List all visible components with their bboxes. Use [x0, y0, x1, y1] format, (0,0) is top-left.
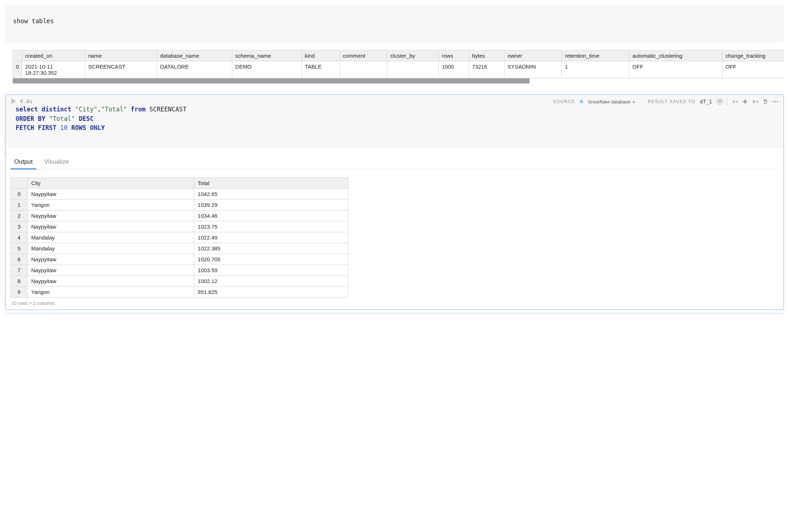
- meta-col-header: bytes: [469, 50, 504, 61]
- meta-col-header: database_name: [157, 50, 232, 61]
- svg-point-0: [733, 101, 734, 102]
- table-cell: Naypyitaw: [28, 254, 194, 265]
- output-tabs: OutputVisualize: [11, 157, 778, 169]
- table-cell: DEMO: [232, 61, 302, 78]
- toolbar-separator: [727, 98, 728, 105]
- table-cell: 1: [562, 61, 629, 78]
- result-col-header: Total: [194, 177, 348, 188]
- tab-output[interactable]: Output: [13, 157, 34, 169]
- sql-cell: 0.8s SOURCE ❄︎ Snowflake database ▼ RESU…: [5, 94, 784, 310]
- table-cell: SCREENCAST: [85, 61, 157, 78]
- row-index: 1: [11, 199, 28, 210]
- table-cell: 1022.49: [194, 232, 348, 243]
- chevron-down-icon: ▼: [632, 100, 635, 104]
- chevron-down-icon: ▾: [736, 100, 738, 104]
- run-icon[interactable]: [11, 98, 16, 104]
- row-index: 7: [11, 265, 28, 275]
- table-row: 7Naypyitaw1003.59: [11, 265, 348, 275]
- table-cell: Yangon: [28, 199, 194, 210]
- table-cell: 951.825: [194, 286, 348, 297]
- result-col-header: City: [28, 177, 194, 188]
- meta-col-header: schema_name: [232, 50, 302, 61]
- chevron-down-icon: ▾: [756, 100, 758, 104]
- table-cell: 1002.12: [194, 275, 348, 286]
- table-row: 5Mandalay1022.385: [11, 243, 348, 254]
- meta-col-header: change_tracking: [722, 50, 784, 61]
- meta-col-header: owner: [504, 50, 562, 61]
- row-index: 3: [11, 221, 28, 232]
- cell1-output: created_onnamedatabase_nameschema_nameki…: [12, 50, 784, 83]
- locate-icon[interactable]: ⦿: [716, 98, 723, 105]
- cell1-code-block[interactable]: show tables: [5, 5, 784, 43]
- table-row: 4Mandalay1022.49: [11, 232, 348, 243]
- meta-col-header: comment: [340, 50, 387, 61]
- row-index: 2: [11, 210, 28, 221]
- table-row: 8Naypyitaw1002.12: [11, 275, 348, 286]
- result-footer: 10 rows × 2 columns: [11, 298, 778, 307]
- table-cell: OFF: [722, 61, 784, 78]
- meta-col-header: rows: [439, 50, 469, 61]
- meta-header-row: created_onnamedatabase_nameschema_nameki…: [13, 50, 784, 61]
- table-cell: Naypyitaw: [28, 210, 194, 221]
- svg-point-2: [775, 101, 776, 102]
- layers-icon[interactable]: ▾: [752, 99, 758, 105]
- table-cell: 1034.46: [194, 210, 348, 221]
- table-cell: SYSADMIN: [504, 61, 562, 78]
- source-dropdown[interactable]: Snowflake database ▼: [588, 99, 635, 105]
- sql-editor[interactable]: select distinct "City","Total" from SCRE…: [11, 104, 778, 147]
- table-cell: Naypyitaw: [28, 221, 194, 232]
- table-cell: Naypyitaw: [28, 265, 194, 275]
- table-row: 1Yangon1039.29: [11, 199, 348, 210]
- row-index: 4: [11, 232, 28, 243]
- source-label: SOURCE: [553, 99, 575, 104]
- bottom-strip: [5, 313, 784, 315]
- table-cell: 2021-10-1118:27:30.352: [22, 61, 85, 78]
- table-cell: [387, 61, 439, 78]
- svg-point-3: [777, 101, 778, 102]
- row-index: 0: [11, 188, 28, 199]
- result-table: CityTotal 0Naypyitaw1042.651Yangon1039.2…: [11, 177, 348, 298]
- row-index: 0: [13, 61, 22, 78]
- tab-visualize[interactable]: Visualize: [43, 157, 70, 169]
- table-row: 02021-10-1118:27:30.352SCREENCASTDATALOR…: [13, 61, 784, 78]
- trash-icon[interactable]: [763, 99, 768, 105]
- result-index-header: [11, 177, 28, 188]
- table-cell: Naypyitaw: [28, 275, 194, 286]
- table-cell: DATALORE: [157, 61, 232, 78]
- table-row: 0Naypyitaw1042.65: [11, 188, 348, 199]
- meta-col-header: retention_time: [562, 50, 629, 61]
- table-row: 6Naypyitaw1020.705: [11, 254, 348, 265]
- row-index: 9: [11, 286, 28, 297]
- table-cell: [340, 61, 387, 78]
- source-name: Snowflake database: [588, 99, 630, 105]
- row-index: 8: [11, 275, 28, 286]
- snowflake-icon: ❄︎: [579, 99, 584, 105]
- horizontal-scrollbar[interactable]: [13, 78, 530, 83]
- meta-col-header: name: [85, 50, 157, 61]
- result-saved-label: RESULT SAVED TO: [648, 99, 695, 104]
- table-cell: 73216: [469, 61, 504, 78]
- add-icon[interactable]: [742, 99, 748, 105]
- show-tables-result: created_onnamedatabase_nameschema_nameki…: [13, 50, 784, 78]
- table-cell: 1039.29: [194, 199, 348, 210]
- table-cell: Mandalay: [28, 232, 194, 243]
- row-index: 6: [11, 254, 28, 265]
- meta-col-header: created_on: [22, 50, 85, 61]
- visibility-icon[interactable]: ▾: [732, 99, 738, 105]
- result-header-row: CityTotal: [11, 177, 348, 188]
- row-index: 5: [11, 243, 28, 254]
- meta-col-header: kind: [302, 50, 340, 61]
- cell2-header: 0.8s SOURCE ❄︎ Snowflake database ▼ RESU…: [5, 95, 784, 148]
- meta-col-header: cluster_by: [387, 50, 439, 61]
- table-cell: 1003.59: [194, 265, 348, 275]
- table-row: 2Naypyitaw1034.46: [11, 210, 348, 221]
- cell-toolbar: SOURCE ❄︎ Snowflake database ▼ RESULT SA…: [553, 98, 778, 105]
- table-cell: 1020.705: [194, 254, 348, 265]
- more-icon[interactable]: [773, 99, 778, 105]
- table-cell: 1023.75: [194, 221, 348, 232]
- result-var[interactable]: df_1: [700, 99, 712, 105]
- table-cell: Mandalay: [28, 243, 194, 254]
- table-cell: Yangon: [28, 286, 194, 297]
- table-cell: Naypyitaw: [28, 188, 194, 199]
- table-cell: 1042.65: [194, 188, 348, 199]
